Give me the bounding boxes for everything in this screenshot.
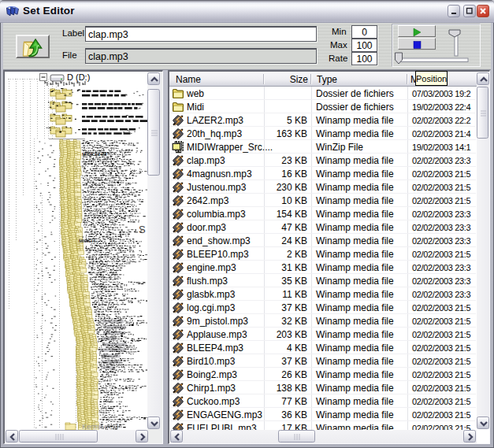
- svg-text:D (D:): D (D:): [67, 72, 90, 82]
- svg-text:S: S: [139, 224, 146, 235]
